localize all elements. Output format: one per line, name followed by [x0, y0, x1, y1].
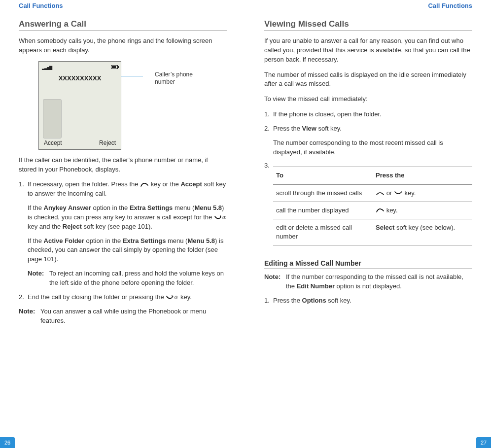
table-row: call the number displayed key. [273, 202, 472, 219]
svg-text:\①: \① [174, 295, 178, 300]
signal-icon [42, 64, 52, 70]
missed-p2: The number of missed calls is displayed … [264, 70, 472, 89]
send-key-icon [140, 182, 149, 188]
after-phone-text: If the caller can be identified, the cal… [19, 156, 227, 174]
sub-title-editing: Editing a Missed Call Number [264, 259, 472, 269]
battery-icon [111, 65, 118, 69]
end-key-icon: \① [166, 294, 178, 300]
up-key-icon [376, 191, 385, 196]
callout-label: Caller’s phone number [155, 71, 193, 86]
end-key-icon: \① [214, 214, 227, 220]
caller-number: XXXXXXXXXX [39, 74, 121, 82]
note-reject: Note: To reject an incoming call, press … [28, 269, 227, 288]
phone-illustration: XXXXXXXXXX Accept Reject Caller’s phone … [38, 61, 227, 150]
key-actions-table: To Press the scroll through the missed c… [273, 167, 472, 245]
handset-image [43, 99, 62, 138]
page-left: Call Functions Answering a Call When som… [0, 0, 246, 448]
page-header-left: Call Functions [19, 0, 227, 19]
missed-p1: If you are unable to answer a call for a… [264, 36, 472, 65]
table-row: edit or delete a missed call number Sele… [273, 219, 472, 245]
page-number-right: 27 [476, 437, 491, 448]
note-edit-number: Note: If the number corresponding to the… [264, 273, 472, 291]
section-title-answering: Answering a Call [19, 19, 227, 31]
edit-step-1: 1. Press the Options soft key. [264, 296, 472, 306]
send-key-icon [376, 207, 385, 213]
softkey-accept: Accept [44, 139, 62, 148]
softkey-reject: Reject [99, 139, 116, 148]
th-press: Press the [373, 167, 472, 184]
step-2: 2. End the call by closing the folder or… [19, 293, 227, 302]
down-key-icon [394, 191, 403, 196]
missed-p3: To view the missed call immediately: [264, 95, 472, 104]
page-right: Call Functions Viewing Missed Calls If y… [246, 0, 491, 448]
phone-screen: XXXXXXXXXX Accept Reject [38, 61, 121, 150]
step-1: 1. If necessary, open the folder. Press … [19, 180, 227, 264]
missed-step-2: 2. Press the View soft key. The number c… [264, 124, 472, 157]
note-answer-while: Note: You can answer a call while using … [19, 307, 227, 326]
page-header-right: Call Functions [264, 0, 472, 19]
page-number-left: 26 [0, 437, 15, 448]
svg-text:\①: \① [222, 215, 226, 220]
table-row: scroll through the missed calls or key. [273, 184, 472, 202]
status-bar [42, 64, 118, 70]
intro-text: When somebody calls you, the phone rings… [19, 36, 227, 55]
th-to: To [273, 167, 373, 184]
missed-step-1: 1. If the phone is closed, open the fold… [264, 110, 472, 119]
callout-line [121, 76, 143, 76]
section-title-missed: Viewing Missed Calls [264, 19, 472, 31]
table-step-3: 3. To Press the scroll through the misse… [264, 162, 472, 250]
